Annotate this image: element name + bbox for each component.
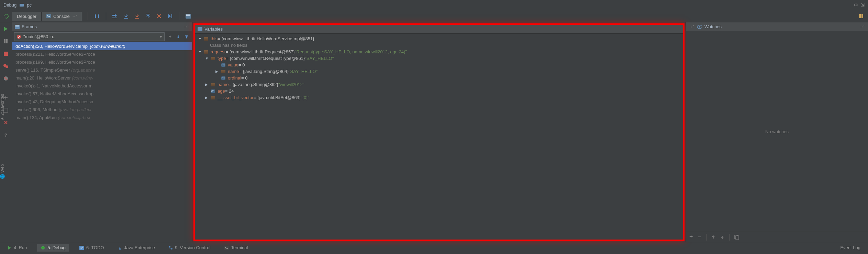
variable-row[interactable]: ▶Class has no fields (195, 42, 683, 49)
svg-point-15 (5, 65, 8, 68)
evaluate-expression-icon[interactable] (185, 13, 192, 20)
variables-tree[interactable]: ▼this = {com.winwill.thrift.HelloWordSer… (195, 34, 683, 240)
svg-rect-12 (6, 39, 8, 43)
console-icon (46, 14, 51, 18)
svg-point-29 (169, 246, 170, 247)
frames-icon (15, 25, 20, 29)
svg-rect-6 (171, 14, 172, 18)
svg-rect-9 (859, 14, 861, 18)
minimize-icon[interactable]: ⇲ (861, 2, 865, 8)
drop-frame-icon[interactable] (156, 13, 163, 20)
svg-rect-1 (46, 14, 51, 18)
watch-up-button[interactable] (711, 235, 715, 239)
svg-point-24 (699, 26, 700, 28)
resume-button[interactable] (1, 24, 11, 34)
frame-item[interactable]: invoke0():-1, NativeMethodAccessorIm (12, 82, 192, 90)
frames-dropdown-icon[interactable]: →' (183, 24, 189, 29)
step-into-icon[interactable] (123, 13, 130, 20)
next-frame-button[interactable] (175, 33, 182, 41)
prev-frame-button[interactable] (167, 33, 174, 41)
variable-row[interactable]: ▼request = {com.winwill.thrift.Request@8… (195, 49, 683, 55)
variables-pane: Variables ▼this = {com.winwill.thrift.He… (192, 22, 686, 242)
variable-row[interactable]: ▶01age = 24 (195, 88, 683, 94)
frames-title: Frames (22, 24, 37, 29)
frame-item[interactable]: main():134, AppMain (com.intellij.rt.ex (12, 114, 192, 121)
frame-list[interactable]: doAction():20, HelloWordServiceImpl (com… (12, 42, 192, 242)
filter-frames-button[interactable] (183, 33, 190, 41)
run-config-name: pc (27, 2, 32, 8)
tab-event-log[interactable]: Event Log (837, 244, 864, 252)
frame-item[interactable]: invoke():57, NativeMethodAccessorImp (12, 90, 192, 98)
svg-rect-11 (4, 39, 5, 43)
mute-breakpoints-button[interactable] (1, 74, 11, 83)
rerun-button[interactable] (0, 10, 12, 22)
gear-icon[interactable]: ⚙ (854, 2, 858, 8)
variable-row[interactable]: ▶name = {java.lang.String@862} "winwill2… (195, 81, 683, 88)
watch-down-button[interactable] (720, 235, 724, 239)
svg-rect-8 (186, 14, 190, 16)
force-step-into-icon[interactable] (134, 13, 141, 20)
breakpoint-hit-icon (16, 34, 21, 39)
add-watch-button[interactable]: + (689, 233, 693, 241)
frames-pane: Frames →' "main"@850 in... ▾ doAction():… (12, 22, 192, 242)
frame-item[interactable]: process():199, HelloWordService$Proce (12, 58, 192, 66)
frame-item[interactable]: doAction():20, HelloWordServiceImpl (com… (12, 42, 192, 50)
run-to-cursor-icon[interactable] (167, 13, 174, 20)
watches-empty: No watches (686, 31, 868, 232)
svg-rect-22 (198, 27, 202, 31)
tab-java-enterprise[interactable]: Java Enterprise (114, 244, 158, 252)
tab-terminal[interactable]: Terminal (221, 244, 251, 252)
help-button[interactable]: ? (1, 130, 11, 140)
step-over-icon[interactable] (112, 13, 119, 20)
frame-item[interactable]: serve():116, TSimpleServer (org.apache (12, 66, 192, 74)
frame-item[interactable]: process():221, HelloWordService$Proce (12, 50, 192, 58)
watches-icon (697, 25, 702, 29)
title-bar: Debug pc ⚙ ⇲ (0, 0, 868, 10)
frame-item[interactable]: invoke():606, Method (java.lang.reflect (12, 106, 192, 114)
variable-row[interactable]: ▶name = {java.lang.String@864} "SAY_HELL… (195, 68, 683, 75)
bottom-toolbar: 4: Run 5: Debug 6: TODO Java Enterprise … (0, 242, 868, 253)
svg-rect-19 (15, 25, 19, 26)
tab-version-control[interactable]: 9: Version Control (165, 244, 214, 252)
view-breakpoints-button[interactable] (1, 61, 11, 71)
svg-rect-10 (861, 14, 863, 18)
svg-rect-5 (146, 14, 150, 14)
frame-item[interactable]: main():20, HelloWordServer (com.winw (12, 74, 192, 82)
side-tab-favorites[interactable]: ★ 2: Favorites (0, 94, 5, 120)
variable-row[interactable]: ▶01value = 0 (195, 62, 683, 68)
side-tab-web[interactable]: 🌐 Web (0, 164, 5, 179)
layout-settings-icon[interactable] (858, 13, 865, 20)
svg-rect-13 (4, 52, 8, 56)
debug-gutter: ? (0, 22, 12, 242)
svg-rect-31 (224, 246, 229, 250)
remove-watch-button[interactable]: − (698, 233, 702, 241)
svg-point-30 (171, 248, 173, 250)
stop-button[interactable] (1, 49, 11, 59)
watches-title: Watches (704, 24, 722, 29)
variable-row[interactable]: ▶__isset_bit_vector = {java.util.BitSet@… (195, 94, 683, 101)
tab-console[interactable]: Console →' (42, 12, 82, 21)
run-config-icon (19, 3, 24, 8)
watches-dropdown-icon[interactable]: →' (689, 24, 695, 29)
svg-rect-2 (112, 18, 117, 18)
watches-pane: →' Watches →' No watches + − (686, 22, 868, 242)
frame-item[interactable]: invoke():43, DelegatingMethodAccesso (12, 98, 192, 106)
tab-run[interactable]: 4: Run (4, 244, 30, 252)
pause-button[interactable] (1, 36, 11, 46)
variable-row[interactable]: ▶01ordinal = 0 (195, 75, 683, 81)
variable-row[interactable]: ▼this = {com.winwill.thrift.HelloWordSer… (195, 35, 683, 42)
thread-selector[interactable]: "main"@850 in... ▾ (14, 32, 165, 41)
tab-todo[interactable]: 6: TODO (76, 244, 108, 252)
step-out-icon[interactable] (145, 13, 152, 20)
tab-debug[interactable]: 5: Debug (37, 244, 69, 252)
show-execution-point-icon[interactable] (93, 13, 100, 20)
svg-rect-0 (20, 4, 24, 7)
window-title: Debug (3, 2, 16, 8)
watches-menu-icon[interactable]: →' (859, 24, 865, 29)
tab-debugger[interactable]: Debugger (12, 12, 42, 21)
debug-toolbar: Debugger Console →' (0, 10, 868, 22)
svg-rect-26 (736, 236, 739, 240)
svg-rect-20 (15, 27, 19, 27)
variable-row[interactable]: ▼type = {com.winwill.thrift.RequestType@… (195, 55, 683, 62)
copy-watch-button[interactable] (734, 235, 739, 240)
